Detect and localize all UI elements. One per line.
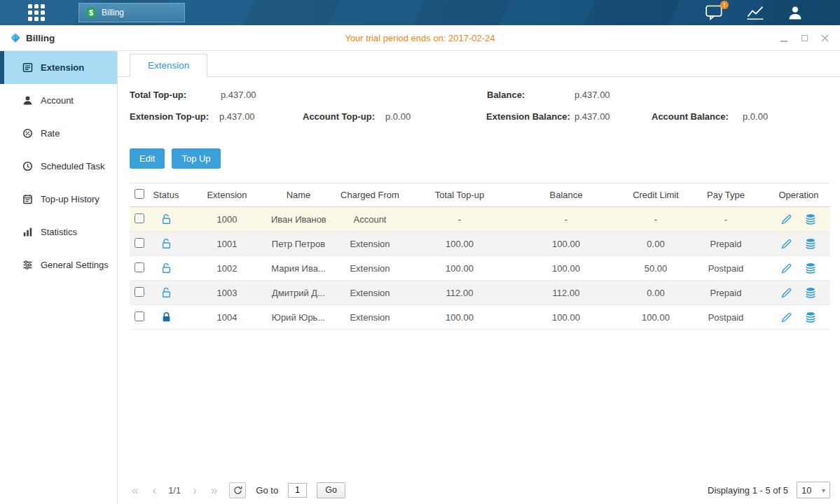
top-up-row-icon[interactable] bbox=[805, 262, 816, 274]
user-account-button[interactable] bbox=[787, 4, 804, 21]
sidebar-item-rate[interactable]: Rate bbox=[0, 117, 117, 150]
cell-balance: 100.00 bbox=[505, 256, 627, 281]
cell-extension: 1003 bbox=[183, 281, 271, 305]
last-page-button[interactable]: » bbox=[209, 484, 219, 496]
summary-value: p.437.00 bbox=[574, 111, 610, 122]
taskbar-billing-tab[interactable]: $ Billing bbox=[78, 3, 185, 22]
page-size-select[interactable]: 10 ▾ bbox=[797, 482, 830, 498]
cell-charged-from: Extension bbox=[326, 281, 414, 305]
cell-total-topup: 100.00 bbox=[414, 232, 505, 256]
edit-row-icon[interactable] bbox=[781, 239, 792, 249]
unlock-icon[interactable] bbox=[161, 238, 172, 249]
table-row: 1003 Дмитрий Д... Extension 112.00 112.0… bbox=[130, 281, 830, 305]
messages-button[interactable]: ! bbox=[705, 5, 724, 20]
cell-name: Дмитрий Д... bbox=[271, 281, 326, 305]
line-chart-icon bbox=[746, 5, 764, 20]
edit-button[interactable]: Edit bbox=[130, 148, 165, 169]
app-launcher-grid-icon[interactable] bbox=[28, 4, 45, 21]
top-up-row-icon[interactable] bbox=[805, 312, 816, 323]
sidebar-item-extension[interactable]: Extension bbox=[0, 51, 117, 84]
notification-badge: ! bbox=[720, 1, 729, 9]
edit-row-icon[interactable] bbox=[781, 263, 792, 274]
row-checkbox[interactable] bbox=[135, 214, 144, 223]
table-header-row: Status Extension Name Charged From Total… bbox=[130, 183, 830, 207]
edit-row-icon[interactable] bbox=[781, 288, 792, 298]
col-credit-limit: Credit Limit bbox=[627, 183, 684, 207]
edit-row-icon[interactable] bbox=[781, 214, 792, 225]
tab-bar: Extension bbox=[118, 51, 840, 77]
top-up-row-icon[interactable] bbox=[805, 287, 816, 298]
summary-value: p.437.00 bbox=[574, 90, 610, 100]
tab-extension[interactable]: Extension bbox=[130, 54, 207, 77]
statistics-monitor-button[interactable] bbox=[746, 5, 764, 20]
cell-balance: 100.00 bbox=[505, 305, 627, 330]
cell-credit-limit: 0.00 bbox=[627, 281, 684, 305]
unlock-icon[interactable] bbox=[161, 262, 172, 274]
cell-charged-from: Extension bbox=[326, 256, 414, 281]
cell-total-topup: - bbox=[414, 207, 505, 232]
clock-icon bbox=[22, 161, 33, 172]
sidebar-item-label: Rate bbox=[41, 128, 60, 139]
cell-credit-limit: - bbox=[627, 207, 684, 232]
cell-pay-type: Prepaid bbox=[684, 281, 767, 305]
page-size-value: 10 bbox=[801, 485, 811, 496]
sidebar-item-scheduled-task[interactable]: Scheduled Task bbox=[0, 150, 117, 183]
maximize-button[interactable] bbox=[799, 32, 810, 43]
billing-diamond-icon bbox=[10, 32, 21, 43]
cell-extension: 1004 bbox=[183, 305, 271, 330]
sidebar-item-label: General Settings bbox=[41, 260, 109, 270]
balance-summary: Total Top-up: p.437.00 Balance: p.437.00… bbox=[118, 90, 840, 133]
page-title: Billing bbox=[26, 33, 55, 43]
refresh-button[interactable] bbox=[229, 482, 246, 498]
top-up-button[interactable]: Top Up bbox=[172, 148, 220, 169]
summary-value: p.437.00 bbox=[221, 90, 256, 100]
refresh-icon bbox=[233, 486, 242, 495]
select-all-checkbox[interactable] bbox=[135, 189, 144, 199]
unlock-icon[interactable] bbox=[161, 214, 172, 225]
sidebar-item-topup-history[interactable]: Top-up History bbox=[0, 183, 117, 216]
minimize-button[interactable] bbox=[778, 32, 790, 43]
row-checkbox[interactable] bbox=[135, 262, 144, 272]
main-content: Extension Total Top-up: p.437.00 Balance… bbox=[118, 51, 840, 504]
sidebar-item-account[interactable]: Account bbox=[0, 84, 117, 117]
go-button[interactable]: Go bbox=[317, 482, 345, 498]
sidebar-item-statistics[interactable]: Statistics bbox=[0, 216, 117, 248]
first-page-button[interactable]: « bbox=[130, 484, 140, 496]
row-checkbox[interactable] bbox=[135, 287, 144, 297]
cell-extension: 1002 bbox=[183, 256, 271, 281]
minimize-icon bbox=[780, 41, 787, 42]
displaying-text: Displaying 1 - 5 of 5 bbox=[708, 485, 788, 496]
close-button[interactable] bbox=[819, 32, 830, 43]
close-icon bbox=[821, 34, 829, 42]
sidebar-item-label: Statistics bbox=[41, 227, 77, 237]
unlock-icon[interactable] bbox=[161, 287, 172, 298]
sidebar-item-label: Extension bbox=[41, 62, 84, 73]
table-row: 1002 Мария Ива... Extension 100.00 100.0… bbox=[130, 256, 830, 281]
summary-label: Total Top-up: bbox=[130, 90, 186, 100]
row-checkbox[interactable] bbox=[135, 312, 144, 321]
row-checkbox[interactable] bbox=[135, 238, 144, 248]
cell-name: Юрий Юрь... bbox=[271, 305, 326, 330]
window-controls bbox=[778, 32, 830, 43]
lock-icon[interactable] bbox=[161, 312, 172, 323]
cell-name: Петр Петров bbox=[271, 232, 326, 256]
sliders-icon bbox=[22, 260, 33, 270]
cell-balance: 100.00 bbox=[505, 232, 627, 256]
summary-label: Extension Top-up: bbox=[130, 111, 209, 122]
previous-page-button[interactable]: ‹ bbox=[150, 484, 158, 496]
sidebar-item-label: Scheduled Task bbox=[41, 161, 105, 172]
goto-page-input[interactable] bbox=[288, 483, 307, 498]
cell-credit-limit: 50.00 bbox=[627, 256, 684, 281]
edit-row-icon[interactable] bbox=[781, 312, 792, 323]
top-up-row-icon[interactable] bbox=[805, 214, 816, 225]
col-name: Name bbox=[271, 183, 326, 207]
next-page-button[interactable]: › bbox=[191, 484, 199, 496]
top-up-row-icon[interactable] bbox=[805, 238, 816, 249]
app-identity: Billing bbox=[10, 32, 55, 43]
cell-name: Мария Ива... bbox=[271, 256, 326, 281]
col-balance: Balance bbox=[505, 183, 627, 207]
sidebar-item-general-settings[interactable]: General Settings bbox=[0, 248, 117, 281]
col-operation: Operation bbox=[767, 183, 830, 207]
cell-credit-limit: 100.00 bbox=[627, 305, 684, 330]
sidebar-item-label: Top-up History bbox=[41, 194, 99, 204]
